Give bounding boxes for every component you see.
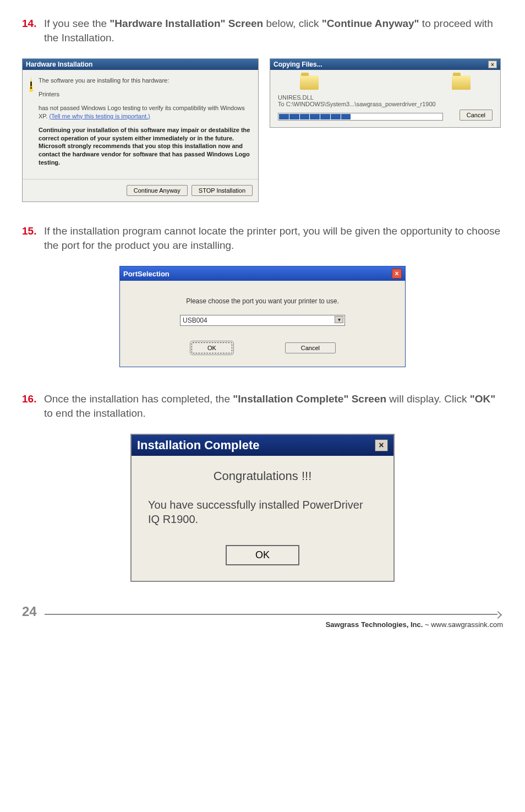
port-selected-value: USB004 <box>183 317 207 324</box>
copying-files-dialog: Copying Files... × UNIRES.DLL To C:\WIND… <box>270 58 501 128</box>
stop-installation-button[interactable]: STOP Installation <box>192 185 253 196</box>
copying-files-titlebar: Copying Files... × <box>270 59 500 70</box>
step-14-screenshots: Hardware Installation The software you a… <box>22 58 503 202</box>
step-16: 16. Once the installation has completed,… <box>22 392 503 420</box>
port-select-dropdown[interactable]: USB004 <box>180 315 345 326</box>
copy-progress-bar <box>278 113 443 121</box>
installation-complete-titlebar: Installation Complete × <box>132 435 393 456</box>
port-cancel-button[interactable]: Cancel <box>285 342 336 353</box>
step-16-number: 16. <box>22 392 36 406</box>
hardware-installation-dialog: Hardware Installation The software you a… <box>22 58 259 202</box>
page-footer: 24 <box>22 604 503 619</box>
page-number: 24 <box>22 604 37 619</box>
close-icon[interactable]: × <box>392 269 402 279</box>
congratulations-text: Congratulations !!! <box>148 469 377 483</box>
footer-credits: Sawgrass Technologies, Inc. ~ www.sawgra… <box>22 620 503 629</box>
copying-destination: To C:\WINDOWS\System3...\sawgrass_powerd… <box>278 101 493 107</box>
installation-complete-message: You have successfully installed PowerDri… <box>148 498 377 526</box>
logo-testing-link[interactable]: (Tell me why this testing is important.) <box>49 113 150 119</box>
installation-complete-ok-button[interactable]: OK <box>226 545 299 565</box>
step-15-number: 15. <box>22 224 36 238</box>
warning-icon <box>29 77 33 92</box>
step-14: 14. If you see the "Hardware Installatio… <box>22 17 503 45</box>
step-14-number: 14. <box>22 17 36 31</box>
step-15-text: 15. If the installation program cannot l… <box>44 224 503 252</box>
close-icon[interactable]: × <box>375 439 388 451</box>
hardware-installation-titlebar: Hardware Installation <box>23 59 258 70</box>
step-15: 15. If the installation program cannot l… <box>22 224 503 252</box>
folder-source-icon <box>300 75 319 90</box>
copying-file-name: UNIRES.DLL <box>278 94 493 101</box>
footer-divider <box>45 614 497 615</box>
copying-files-title: Copying Files... <box>274 61 322 68</box>
step-16-text: 16. Once the installation has completed,… <box>44 392 503 420</box>
step-14-text: 14. If you see the "Hardware Installatio… <box>44 17 503 45</box>
hardware-installation-body: The software you are installing for this… <box>39 77 251 172</box>
installation-complete-dialog: Installation Complete × Congratulations … <box>130 434 395 582</box>
port-selection-dialog: PortSelection × Please choose the port y… <box>119 266 406 367</box>
port-ok-button[interactable]: OK <box>192 342 232 353</box>
hardware-installation-title: Hardware Installation <box>26 61 92 68</box>
port-selection-titlebar: PortSelection × <box>120 266 405 281</box>
folder-dest-icon <box>452 75 471 90</box>
port-selection-title: PortSelection <box>123 270 169 278</box>
copy-cancel-button[interactable]: Cancel <box>460 110 493 121</box>
close-icon[interactable]: × <box>488 61 497 68</box>
installation-complete-title: Installation Complete <box>137 438 259 453</box>
continue-anyway-button[interactable]: Continue Anyway <box>127 185 188 196</box>
port-selection-prompt: Please choose the port you want your pri… <box>147 297 378 305</box>
